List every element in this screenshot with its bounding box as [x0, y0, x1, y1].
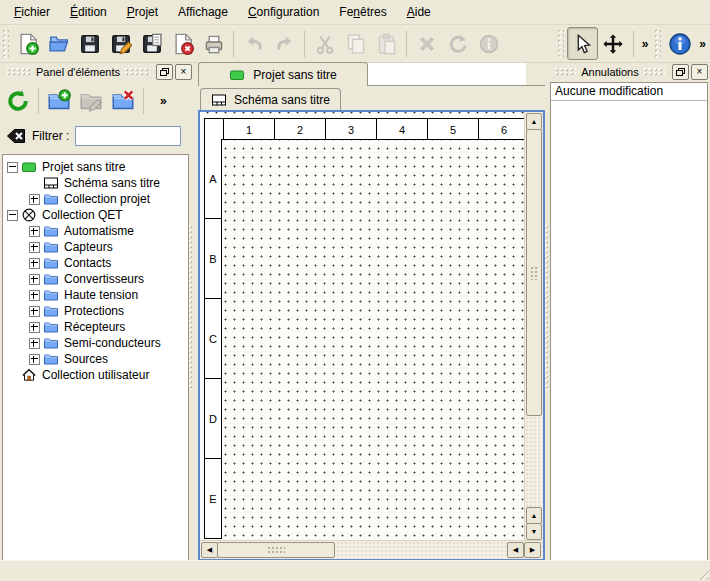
print-button[interactable] [198, 27, 229, 60]
tree-item-automatisme[interactable]: Automatisme [3, 223, 188, 239]
move-tool-button[interactable] [598, 27, 629, 60]
clipboard-icon [376, 33, 398, 55]
paste-button[interactable] [371, 27, 402, 60]
float-panel-button[interactable] [672, 64, 689, 80]
expand-icon[interactable] [29, 290, 40, 301]
close-panel-button[interactable]: × [691, 64, 708, 80]
rotate-button[interactable] [442, 27, 473, 60]
titlebar-texture [7, 68, 31, 76]
redo-button[interactable] [269, 27, 300, 60]
scroll-left-button[interactable]: ◀ [201, 542, 218, 558]
collapse-icon[interactable] [7, 162, 18, 173]
vertical-scroll-thumb[interactable] [526, 129, 542, 416]
column-header: 2 [275, 118, 326, 140]
tree-item-collection-utilisateur[interactable]: Collection utilisateur [3, 367, 188, 383]
expand-icon[interactable] [29, 338, 40, 349]
undo-history-list[interactable]: Aucune modification [550, 82, 708, 561]
toolbar-handle[interactable] [655, 30, 661, 58]
expand-icon[interactable] [29, 274, 40, 285]
scroll-up-button[interactable]: ▲ [526, 507, 542, 524]
menu-fenetres[interactable]: Fenêtres [329, 1, 396, 23]
float-panel-button[interactable] [156, 64, 173, 80]
elements-panel-titlebar[interactable]: Panel d'éléments × [2, 64, 192, 80]
expand-icon[interactable] [29, 226, 40, 237]
expand-icon[interactable] [29, 242, 40, 253]
expand-icon[interactable] [29, 354, 40, 365]
horizontal-scrollbar[interactable]: ◀ ◀ ▶ [200, 540, 543, 559]
tree-item-collection-qet[interactable]: Collection QET [3, 207, 188, 223]
new-category-button[interactable] [43, 84, 75, 118]
scroll-right-button[interactable]: ▶ [524, 542, 541, 558]
toolbar-handle[interactable] [3, 30, 9, 58]
about-button[interactable] [664, 27, 695, 60]
new-file-button[interactable] [12, 27, 43, 60]
scroll-down-button[interactable]: ▼ [526, 523, 542, 540]
scroll-up-button[interactable]: ▲ [526, 113, 542, 130]
filter-input[interactable] [75, 126, 181, 146]
delete-button[interactable] [411, 27, 442, 60]
left-splitter-handle[interactable] [189, 225, 194, 390]
titlebar-texture [125, 68, 149, 76]
undo-list-item[interactable]: Aucune modification [551, 83, 707, 101]
menu-configuration[interactable]: Configuration [238, 1, 329, 23]
menu-aide[interactable]: Aide [397, 1, 441, 23]
tree-item-protections[interactable]: Protections [3, 303, 188, 319]
tree-item-haute-tension[interactable]: Haute tension [3, 287, 188, 303]
project-icon [229, 67, 245, 83]
save-as-button[interactable] [105, 27, 136, 60]
cut-button[interactable] [309, 27, 340, 60]
undo-panel-title: Annulations [581, 66, 639, 78]
menu-fichier[interactable]: Fichier [4, 1, 60, 23]
tree-item-schema-sans-titre[interactable]: Schéma sans titre [3, 175, 188, 191]
cursor-arrow-icon [571, 33, 593, 55]
toolbar-handle[interactable] [558, 30, 564, 58]
tree-item-projet-sans-titre[interactable]: Projet sans titre [3, 159, 188, 175]
tree-item-collection-projet[interactable]: Collection projet [3, 191, 188, 207]
tabbar-empty-area [368, 63, 526, 85]
clear-filter-icon[interactable] [6, 126, 26, 146]
toolbar-overflow-button[interactable]: » [638, 37, 653, 51]
tree-item-capteurs[interactable]: Capteurs [3, 239, 188, 255]
element-info-button[interactable] [473, 27, 504, 60]
row-header: C [204, 299, 222, 379]
expand-icon[interactable] [29, 306, 40, 317]
menu-affichage[interactable]: Affichage [168, 1, 238, 23]
down-arrow-icon: ▼ [531, 528, 538, 535]
open-file-button[interactable] [43, 27, 74, 60]
undo-panel-titlebar[interactable]: Annulations × [550, 64, 708, 80]
expand-icon[interactable] [29, 194, 40, 205]
reload-collections-button[interactable] [2, 84, 34, 118]
expand-icon[interactable] [29, 322, 40, 333]
tab-projet-sans-titre[interactable]: Projet sans titre [198, 62, 368, 86]
undo-button[interactable] [238, 27, 269, 60]
elements-panel-toolbar: » [2, 82, 171, 120]
horizontal-scroll-thumb[interactable] [217, 542, 335, 558]
save-button[interactable] [74, 27, 105, 60]
save-all-button[interactable] [136, 27, 167, 60]
toolbar-overflow-button[interactable]: » [695, 37, 710, 51]
copy-button[interactable] [340, 27, 371, 60]
tree-item-recepteurs[interactable]: Récepteurs [3, 319, 188, 335]
delete-category-button[interactable] [107, 84, 139, 118]
tab-schema-sans-titre[interactable]: Schéma sans titre [200, 88, 341, 110]
menu-edition[interactable]: Édition [60, 1, 117, 23]
diagram-tabbar: Schéma sans titre [198, 87, 545, 110]
diagram-canvas[interactable]: 1 2 3 4 5 6 A B C D E [200, 112, 525, 541]
sheet-row-labels: A B C D E [204, 139, 222, 541]
tree-item-sources[interactable]: Sources [3, 351, 188, 367]
up-arrow-icon: ▲ [531, 118, 538, 125]
tree-item-contacts[interactable]: Contacts [3, 255, 188, 271]
panel-toolbar-overflow-button[interactable]: » [156, 94, 171, 108]
close-file-button[interactable] [167, 27, 198, 60]
scroll-left-button[interactable]: ◀ [507, 542, 524, 558]
vertical-scrollbar[interactable]: ▲ ▲ ▼ [524, 112, 543, 541]
tree-item-convertisseurs[interactable]: Convertisseurs [3, 271, 188, 287]
expand-icon[interactable] [29, 258, 40, 269]
menu-projet[interactable]: Projet [117, 1, 168, 23]
collapse-icon[interactable] [7, 210, 18, 221]
tree-item-semi-conducteurs[interactable]: Semi-conducteurs [3, 335, 188, 351]
edit-category-button[interactable] [75, 84, 107, 118]
select-tool-button[interactable] [567, 27, 598, 60]
resize-grip[interactable] [695, 566, 709, 580]
close-panel-button[interactable]: × [175, 64, 192, 80]
